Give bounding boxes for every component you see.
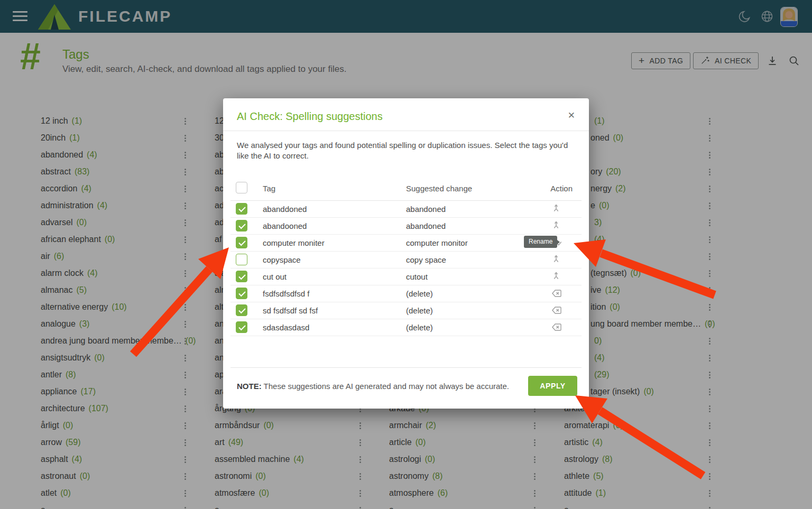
suggestion-row: cut outcutout	[230, 268, 582, 285]
modal-title: AI Check: Spelling suggestions	[237, 110, 383, 123]
suggestion-tag: sd fsdfsdf sd fsf	[263, 306, 318, 315]
row-checkbox[interactable]	[236, 254, 247, 265]
note-label: NOTE:	[237, 382, 262, 391]
merge-action-icon[interactable]	[551, 271, 562, 282]
suggestion-tag: cut out	[263, 272, 287, 281]
suggestion-tag: sdasdasdasd	[263, 323, 309, 332]
suggestion-row: abanddonedabandoned	[230, 200, 582, 218]
suggestion-tag: computer moniter	[263, 238, 325, 247]
ai-check-modal: AI Check: Spelling suggestions ✕ We anal…	[223, 98, 589, 409]
suggestion-row: abandoonedabandoned	[230, 217, 582, 235]
merge-action-icon[interactable]	[551, 220, 562, 232]
rename-tooltip: Rename	[524, 236, 557, 248]
apply-button[interactable]: APPLY	[528, 376, 577, 396]
suggestion-row: fsdfsdfsdfsd f(delete)	[230, 285, 582, 302]
row-checkbox[interactable]	[236, 203, 247, 215]
select-all-checkbox[interactable]	[236, 182, 247, 193]
suggestion-row: copyspacecopy space	[230, 251, 582, 269]
suggestion-change: abandoned	[406, 205, 446, 214]
close-icon[interactable]: ✕	[568, 110, 575, 121]
note-text: These suggestions are AI generated and m…	[262, 382, 509, 391]
column-header-tag: Tag	[263, 184, 275, 193]
backspace-delete-icon[interactable]	[551, 321, 562, 333]
suggestion-change: cutout	[406, 272, 428, 281]
column-header-action: Action	[550, 184, 573, 193]
suggestion-tag: abandooned	[263, 221, 307, 230]
row-checkbox[interactable]	[236, 288, 247, 299]
backspace-delete-icon[interactable]	[551, 288, 562, 299]
suggestion-tag: fsdfsdfsdfsd f	[263, 289, 309, 298]
suggestion-tag: abanddoned	[263, 205, 307, 214]
suggestion-change: abandoned	[406, 221, 446, 230]
row-checkbox[interactable]	[236, 304, 247, 316]
suggestion-change: computer monitor	[406, 238, 468, 247]
suggestion-row: sdasdasdasd(delete)	[230, 319, 582, 336]
column-header-suggested: Suggested change	[406, 184, 472, 193]
merge-action-icon[interactable]	[551, 254, 562, 265]
row-checkbox[interactable]	[236, 271, 247, 282]
suggestion-change: (delete)	[406, 306, 433, 315]
modal-description: We analysed your tags and found potentia…	[237, 140, 575, 161]
suggestion-tag: copyspace	[263, 255, 301, 264]
suggestion-row: sd fsdfsdf sd fsf(delete)	[230, 302, 582, 319]
row-checkbox[interactable]	[236, 237, 247, 248]
suggestion-change: (delete)	[406, 289, 433, 298]
merge-action-icon[interactable]	[551, 203, 562, 215]
suggestion-change: copy space	[406, 255, 446, 264]
row-checkbox[interactable]	[236, 321, 247, 333]
backspace-delete-icon[interactable]	[551, 304, 562, 316]
row-checkbox[interactable]	[236, 220, 247, 232]
suggestion-change: (delete)	[406, 323, 433, 332]
modal-note: NOTE: These suggestions are AI generated…	[237, 382, 509, 391]
